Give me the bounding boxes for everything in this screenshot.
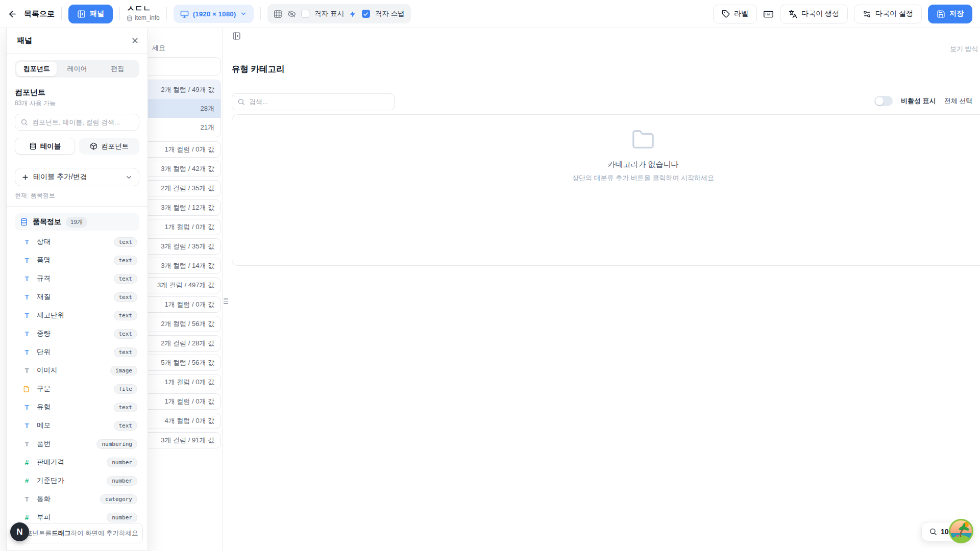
field-row[interactable]: T품명text — [15, 251, 139, 269]
field-row[interactable]: T품번numbering — [15, 435, 139, 453]
brand-floating-badge[interactable]: N — [10, 522, 29, 541]
field-row[interactable]: T재고단위text — [15, 306, 139, 324]
field-type-badge: text — [114, 256, 138, 265]
field-row[interactable]: T유형text — [15, 398, 139, 416]
database-icon — [20, 218, 28, 226]
page-title: 유형 카테고리 — [232, 64, 285, 75]
search-icon — [20, 118, 28, 126]
field-row[interactable]: T중량text — [15, 324, 139, 343]
resolution-dropdown[interactable]: (980 × 551) — [174, 5, 254, 23]
current-table-label: 현재: 품목정보 — [15, 191, 139, 200]
collapse-panel-icon[interactable] — [232, 32, 241, 40]
type-image-icon: T — [23, 367, 31, 374]
divider — [119, 7, 120, 20]
field-row[interactable]: T이미지image — [15, 361, 139, 380]
panel-header: 패널 — [7, 28, 148, 54]
field-type-badge: number — [107, 476, 137, 486]
mode-component-button[interactable]: 컴포넌트 — [79, 138, 139, 155]
inactive-toggle[interactable] — [874, 96, 893, 106]
screen-title-block: ㅅㄷㄴ item_info — [127, 4, 160, 21]
type-text-icon: T — [23, 404, 31, 411]
back-button[interactable] — [8, 9, 17, 19]
i18n-settings-button[interactable]: 다국어 설정 — [854, 5, 922, 23]
field-name: 구분 — [37, 384, 51, 393]
add-change-table-label: 테이블 추가/변경 — [33, 172, 87, 182]
drag-hint-text: 하여 화면에 추가하세요 — [71, 529, 138, 538]
field-type-badge: image — [110, 366, 137, 375]
back-label[interactable]: 목록으로 — [24, 9, 55, 19]
field-row[interactable]: T규격text — [15, 269, 139, 288]
tag-icon — [722, 10, 730, 18]
type-file-icon — [23, 386, 31, 392]
i18n-generate-button[interactable]: 다국어 생성 — [780, 5, 848, 23]
panel-title: 패널 — [17, 36, 32, 45]
label-button[interactable]: 라벨 — [713, 5, 757, 23]
add-change-table-button[interactable]: 테이블 추가/변경 — [15, 168, 139, 186]
i18n-generate-text: 다국어 생성 — [801, 9, 839, 18]
tab-components[interactable]: 컴포넌트 — [16, 62, 57, 76]
inactive-toggle-label[interactable]: 비활성 표시 — [901, 96, 936, 106]
source-mode-switch: 테이블 컴포넌트 — [15, 138, 139, 155]
keyboard-shortcuts-button[interactable] — [763, 9, 774, 19]
tab-edit[interactable]: 편집 — [97, 62, 138, 76]
field-row[interactable]: T단위text — [15, 343, 139, 361]
field-row[interactable]: 구분file — [15, 380, 139, 398]
field-row[interactable]: T상태text — [15, 233, 139, 251]
close-icon — [131, 36, 139, 45]
divider — [166, 7, 167, 20]
field-row[interactable]: T메모text — [15, 416, 139, 435]
panel-toggle-button[interactable]: 패널 — [68, 5, 113, 23]
eye-off-icon[interactable] — [287, 10, 296, 18]
field-name: 단위 — [37, 347, 51, 357]
arrow-left-icon — [8, 9, 17, 19]
grid-icon — [274, 10, 282, 18]
type-number-icon: # — [23, 459, 31, 466]
grid-show-checkbox[interactable] — [301, 10, 309, 18]
field-type-badge: number — [107, 513, 137, 522]
table-group-row[interactable]: 품목정보 19개 — [15, 213, 139, 231]
save-button[interactable]: 저장 — [928, 5, 972, 23]
chevron-down-icon — [240, 10, 247, 17]
component-search-input[interactable] — [32, 118, 134, 126]
select-all-button[interactable]: 전체 선택 — [944, 96, 973, 106]
type-text-icon: T — [23, 257, 31, 264]
field-type-badge: file — [114, 384, 138, 394]
i18n-settings-text: 다국어 설정 — [875, 9, 913, 18]
panel-tabs: 컴포넌트 레이어 편집 — [15, 60, 139, 78]
field-row[interactable]: #기준단가number — [15, 471, 139, 490]
grid-snap-checkbox[interactable] — [362, 10, 370, 18]
grid-show-label[interactable]: 격자 표시 — [314, 9, 344, 18]
view-mode-label[interactable]: 보기 방식 — [950, 44, 978, 54]
component-search-box — [15, 114, 139, 131]
field-row[interactable]: #판매가격number — [15, 453, 139, 471]
field-row[interactable]: T재질text — [15, 288, 139, 306]
panel-close-button[interactable] — [131, 36, 139, 45]
dropdown-header-fragment: 세요 — [152, 43, 165, 53]
mode-table-label: 테이블 — [40, 142, 61, 151]
database-icon — [127, 15, 133, 21]
palm-island-badge[interactable] — [948, 518, 974, 544]
bound-table: item_info — [127, 15, 160, 22]
table-field-count-badge: 19개 — [66, 217, 87, 228]
field-type-badge: category — [100, 494, 137, 504]
field-type-badge: number — [107, 458, 137, 467]
type-text-icon: T — [23, 275, 31, 283]
grid-snap-label[interactable]: 격자 스냅 — [375, 9, 405, 18]
top-toolbar: 목록으로 패널 ㅅㄷㄴ item_info (980 × 551) 격자 표… — [0, 0, 980, 28]
folder-icon — [631, 128, 655, 152]
field-row[interactable]: T통화category — [15, 490, 139, 508]
divider — [61, 7, 62, 20]
field-name: 재질 — [37, 292, 51, 302]
field-type-badge: text — [114, 292, 138, 302]
field-type-badge: text — [114, 421, 138, 431]
column-resize-handle[interactable] — [224, 298, 228, 304]
keyboard-icon — [763, 9, 774, 19]
mode-table-button[interactable]: 테이블 — [15, 138, 75, 155]
field-name: 재고단위 — [37, 311, 64, 320]
toggle-knob — [875, 97, 884, 105]
category-search-input[interactable] — [249, 98, 389, 106]
database-icon — [29, 142, 37, 150]
empty-state-container: 카테고리가 없습니다 상단의 대분류 추가 버튼을 클릭하여 시작하세요 — [232, 114, 980, 266]
components-heading: 컴포넌트 — [15, 88, 139, 97]
tab-layers[interactable]: 레이어 — [57, 62, 97, 76]
